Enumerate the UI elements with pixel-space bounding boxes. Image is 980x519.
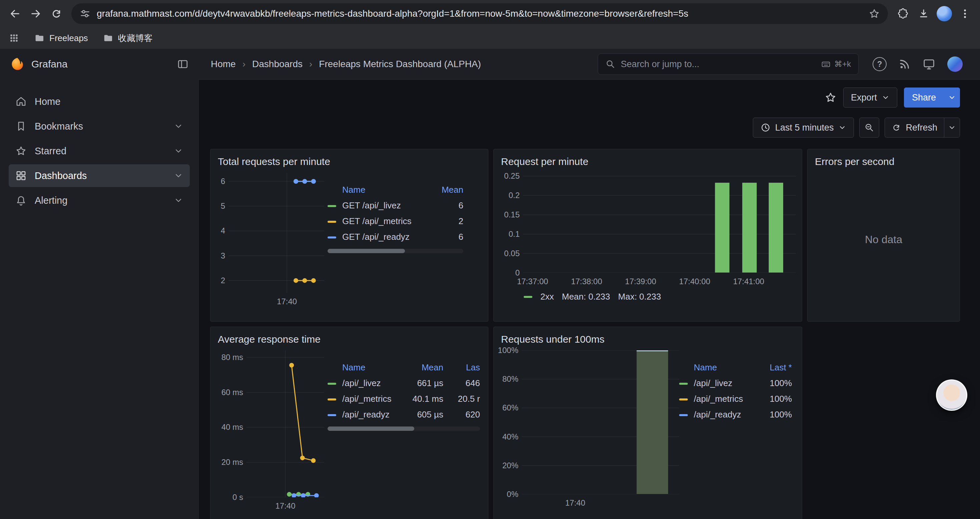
- brand-name: Grafana: [31, 58, 170, 70]
- series-last: 646: [443, 378, 480, 388]
- sidebar-nav: Home Bookmarks Starred Dashboards Alerti…: [0, 80, 199, 519]
- apps-grid-icon[interactable]: [9, 33, 19, 43]
- legend-scrollbar[interactable]: [328, 426, 480, 431]
- bell-icon: [15, 195, 27, 206]
- series-last: 100%: [755, 394, 792, 404]
- series-swatch: [328, 221, 336, 223]
- bookmark-label: Freeleaps: [49, 33, 88, 43]
- refresh-icon: [892, 123, 901, 132]
- scrollbar-thumb[interactable]: [328, 426, 414, 431]
- series-name[interactable]: /api/_livez: [694, 378, 755, 388]
- panel-title[interactable]: Errors per second: [815, 156, 954, 167]
- refresh-interval-button[interactable]: [944, 118, 960, 137]
- bar-chart[interactable]: 0.250.20.150.10.050 17:37:0017:38:0017:3…: [500, 172, 796, 286]
- refresh-button[interactable]: Refresh: [885, 118, 944, 137]
- chevron-down-icon[interactable]: [174, 171, 183, 180]
- url-bar[interactable]: grafana.mathmast.com/d/deytv4rwavabkb/fr…: [72, 3, 888, 24]
- panel-title[interactable]: Request per minute: [501, 156, 796, 167]
- monitor-icon[interactable]: [923, 58, 935, 70]
- search-placeholder: Search or jump to...: [621, 59, 700, 69]
- url-text[interactable]: grafana.mathmast.com/d/deytv4rwavabkb/fr…: [97, 8, 862, 19]
- share-menu-button[interactable]: [944, 88, 960, 107]
- series-max: Max: 0.233: [618, 292, 661, 302]
- refresh-label: Refresh: [905, 123, 937, 133]
- grafana-logo[interactable]: [10, 57, 25, 72]
- keyboard-icon: [821, 59, 831, 69]
- series-name[interactable]: GET /api/_readyz: [342, 232, 423, 242]
- chevron-down-icon[interactable]: [174, 146, 183, 156]
- favorite-star-icon[interactable]: [824, 91, 837, 104]
- home-icon: [15, 96, 27, 107]
- sidebar-item-home[interactable]: Home: [9, 90, 190, 113]
- chevron-down-icon[interactable]: [174, 196, 183, 205]
- site-info-icon[interactable]: [80, 8, 91, 19]
- series-name[interactable]: /api/_metrics: [694, 394, 755, 404]
- chart-plot[interactable]: [229, 172, 324, 293]
- bookmark-folder-freeleaps[interactable]: Freeleaps: [34, 33, 88, 43]
- dock-menu-toggle-icon[interactable]: [177, 58, 189, 70]
- chart-plot[interactable]: [523, 172, 796, 273]
- chevron-down-icon[interactable]: [174, 121, 183, 131]
- bar-chart[interactable]: 100%80%60%40%20%0% 17:40: [500, 350, 679, 508]
- forward-button[interactable]: [26, 4, 45, 23]
- sidebar-item-dashboards[interactable]: Dashboards: [9, 164, 190, 187]
- user-avatar[interactable]: [947, 56, 963, 72]
- panel-errors-per-second: Errors per second No data: [807, 149, 960, 322]
- back-button[interactable]: [5, 4, 25, 23]
- folder-icon: [34, 33, 45, 43]
- breadcrumb-home[interactable]: Home: [211, 59, 236, 69]
- sidebar-item-bookmarks[interactable]: Bookmarks: [9, 115, 190, 137]
- sidebar-item-starred[interactable]: Starred: [9, 140, 190, 162]
- legend-col-mean[interactable]: Mean: [402, 363, 443, 373]
- search-input[interactable]: Search or jump to... ⌘+k: [598, 53, 859, 75]
- series-name[interactable]: /api/_readyz: [342, 409, 402, 420]
- browser-profile-button[interactable]: [935, 4, 954, 23]
- sidebar-item-label: Home: [35, 96, 60, 107]
- sidebar-item-alerting[interactable]: Alerting: [9, 189, 190, 212]
- series-name[interactable]: /api/_readyz: [694, 409, 755, 420]
- news-rss-icon[interactable]: [899, 58, 911, 70]
- series-name[interactable]: /api/_metrics: [342, 394, 402, 404]
- breadcrumb-current: Freeleaps Metrics Dashboard (ALPHA): [319, 59, 481, 69]
- bookmark-folder-blogs[interactable]: 收藏博客: [103, 32, 153, 44]
- reload-button[interactable]: [47, 4, 66, 23]
- legend-col-last[interactable]: Last *: [755, 363, 792, 373]
- bookmark-star-icon[interactable]: [869, 8, 880, 19]
- export-button[interactable]: Export: [843, 88, 897, 107]
- time-series-chart[interactable]: 65432 17:40: [216, 172, 324, 306]
- panel-title[interactable]: Average response time: [218, 334, 482, 345]
- legend-scrollbar[interactable]: [328, 249, 463, 253]
- legend-col-name[interactable]: Name: [342, 185, 423, 195]
- legend-col-mean[interactable]: Mean: [423, 185, 463, 195]
- series-name[interactable]: GET /api/_metrics: [342, 216, 423, 227]
- time-range-picker[interactable]: Last 5 minutes: [753, 118, 854, 137]
- panel-total-requests: Total requests per minute 65432 17:40 Na…: [210, 149, 488, 322]
- legend-col-last[interactable]: Las: [443, 363, 480, 373]
- series-name[interactable]: /api/_livez: [342, 378, 402, 388]
- series-name[interactable]: GET /api/_livez: [342, 200, 423, 211]
- browser-menu-button[interactable]: [955, 4, 975, 23]
- sidebar-item-label: Dashboards: [35, 170, 87, 181]
- series-swatch: [328, 414, 336, 416]
- y-axis-labels: 0.250.20.150.10.050: [500, 172, 523, 273]
- panel-title[interactable]: Requests under 100ms: [501, 334, 796, 345]
- share-button[interactable]: Share: [904, 88, 944, 107]
- time-series-chart[interactable]: 80 ms60 ms40 ms20 ms0 s 17:40: [216, 350, 324, 511]
- extensions-puzzle-icon: [897, 8, 908, 19]
- scrollbar-thumb[interactable]: [328, 249, 405, 253]
- zoom-out-button[interactable]: [859, 118, 879, 137]
- legend-col-name[interactable]: Name: [342, 363, 402, 373]
- series-last: 100%: [755, 378, 792, 388]
- series-name[interactable]: 2xx: [540, 292, 554, 302]
- extensions-button[interactable]: [893, 4, 913, 23]
- chart-plot[interactable]: [247, 350, 324, 497]
- legend-col-name[interactable]: Name: [694, 363, 755, 373]
- breadcrumb-dashboards[interactable]: Dashboards: [252, 59, 302, 69]
- panel-title[interactable]: Total requests per minute: [218, 156, 482, 167]
- assistant-floating-avatar[interactable]: [936, 379, 967, 411]
- series-mean: 2: [423, 216, 463, 227]
- downloads-button[interactable]: [914, 4, 933, 23]
- help-icon[interactable]: ?: [873, 57, 886, 71]
- chart-plot[interactable]: [522, 350, 679, 494]
- breadcrumb: Home › Dashboards › Freeleaps Metrics Da…: [211, 59, 481, 69]
